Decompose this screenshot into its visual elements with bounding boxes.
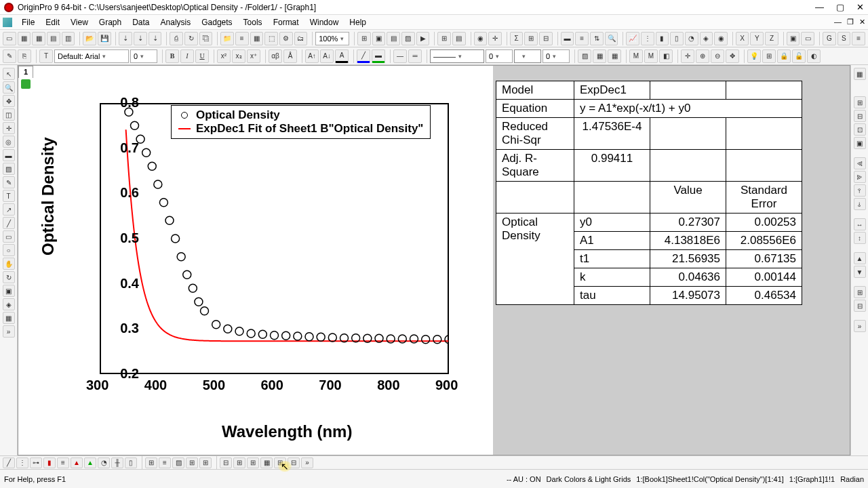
data-point[interactable] [165,216,174,224]
digitize-button[interactable]: ⬚ [264,32,278,45]
plot-3d-button[interactable]: ◈ [700,32,713,45]
menu-icon[interactable]: ≡ [852,32,865,45]
panning-button[interactable]: ✥ [726,49,739,63]
menu-view[interactable]: View [65,18,94,27]
9-panel-button[interactable]: ⊞ [247,458,259,468]
italic-button[interactable]: I [180,49,194,63]
add-top-x-button[interactable]: ⊡ [854,123,866,136]
extract-to-graphs-button[interactable]: ▦ [854,68,866,80]
menu-graph[interactable]: Graph [94,18,127,27]
back-button[interactable]: ▼ [854,266,866,278]
add-right-y-button[interactable]: ⊟ [854,110,866,122]
menu-file[interactable]: File [16,18,40,27]
unmask-button[interactable]: ◧ [659,49,673,63]
line-style-button[interactable]: — [393,49,407,63]
data-point[interactable] [148,162,156,170]
new-notes-button[interactable]: ▤ [387,32,400,45]
data-point[interactable] [154,180,162,188]
superscript-button[interactable]: x² [217,49,231,63]
data-point[interactable] [224,325,232,333]
greek-button[interactable]: αβ [269,49,282,63]
maximize-button[interactable]: ▢ [836,2,844,12]
plot-line-button[interactable]: 📈 [626,32,639,45]
align-top-button[interactable]: ⫯ [854,184,866,197]
import-single-button[interactable]: ⇣ [134,32,147,45]
new-workbook-button[interactable]: ▦ [18,32,31,45]
label-button[interactable]: ⊞ [762,49,776,63]
zoom-combo[interactable]: 100% [315,32,349,45]
draw-data-tool[interactable]: ✎ [3,176,15,188]
mask-range-button[interactable]: M [644,49,658,63]
new-layout-button[interactable]: ▣ [372,32,386,45]
expand-bottom-icon[interactable]: » [301,458,313,468]
mask-tool[interactable]: ▨ [3,163,15,175]
z-axis-button[interactable]: Z [765,32,778,45]
paste-format-button[interactable]: ⎘ [18,49,31,63]
menu-gadgets[interactable]: Gadgets [196,18,237,27]
insert-image-tool[interactable]: ▦ [3,312,15,324]
font-color-button[interactable]: A [335,49,349,63]
uniform-height-button[interactable]: ↕ [854,232,866,244]
bar-plot-button[interactable]: ≡ [57,458,69,468]
align-bottom-button[interactable]: ⫰ [854,198,866,210]
horizontal-2-panel-button[interactable]: ⊞ [233,458,245,468]
data-point[interactable] [282,331,290,340]
menu-data[interactable]: Data [127,18,155,27]
align-right-button[interactable]: ⫸ [854,171,866,183]
plot-scatter-button[interactable]: ⋮ [641,32,654,45]
code-builder-button[interactable]: ⚙ [279,32,293,45]
data-reader-tool[interactable]: ✛ [3,122,15,134]
doc-minimize-button[interactable]: — [834,18,842,26]
pointer-tool[interactable]: ↖ [3,68,15,80]
line-plot-button[interactable]: ╱ [3,458,15,468]
data-point[interactable] [445,336,449,344]
data-point[interactable] [172,235,180,243]
panning-tool[interactable]: ✥ [3,95,15,107]
underline-button[interactable]: U [195,49,209,63]
fill-pattern-button[interactable]: ▦ [593,49,606,63]
export-graph-button[interactable]: ▨ [401,32,415,45]
doc-close-button[interactable]: ✕ [859,18,865,26]
chart-area[interactable]: Optical Density Wavelength (nm) Optical … [18,66,493,455]
line-style-combo[interactable]: ——— [430,49,484,63]
recalculate-button[interactable]: ≡ [235,32,249,45]
row-stats-button[interactable]: ⊟ [539,32,553,45]
legend-button[interactable]: ▭ [801,32,814,45]
data-point[interactable] [195,298,203,306]
val-combo-b[interactable]: 0 [542,49,570,63]
stack-lines-button[interactable]: ≡ [159,458,171,468]
insert-graph-tool[interactable]: ▣ [3,285,15,297]
ungroup-button[interactable]: ⊟ [854,300,866,312]
fill-color-button[interactable]: ▬ [372,49,385,63]
line-tool[interactable]: ╱ [3,217,15,229]
grid-button[interactable]: ▦ [608,49,621,63]
screen-reader-button[interactable]: ◉ [474,32,488,45]
multi-panel-button[interactable]: ⊞ [186,458,198,468]
screen-reader-tool[interactable]: ◎ [3,136,15,148]
mask-button[interactable]: ▬ [561,32,574,45]
pattern-button[interactable]: ▨ [578,49,591,63]
arrow-tool[interactable]: ↗ [3,203,15,216]
hand-tool[interactable]: ✋ [3,258,15,270]
refresh-button[interactable]: ↻ [184,32,198,45]
pie-plot-button[interactable]: ◔ [98,458,110,468]
plot-pie-button[interactable]: ◔ [685,32,698,45]
4-panel-button[interactable]: ⊞ [199,458,212,468]
scatter-plot-button[interactable]: ⋮ [16,458,28,468]
new-project-button[interactable]: ▭ [3,32,16,45]
layer-tab[interactable]: 1 [18,66,33,78]
project-explorer-button[interactable]: 🗂 [294,32,308,45]
menu-help[interactable]: Help [344,18,372,27]
g-button[interactable]: G [823,32,836,45]
x-axis-label[interactable]: Wavelength (nm) [222,422,352,441]
add-column-button[interactable]: ⊞ [357,32,371,45]
batch-button[interactable]: ▦ [250,32,264,45]
column-plot-button[interactable]: ▮ [43,458,56,468]
front-button[interactable]: ▲ [854,252,866,264]
line-symbol-button[interactable]: ⊶ [30,458,42,468]
data-point[interactable] [328,333,336,342]
val-combo-a[interactable]: 0 [486,49,513,63]
zoom-plot-button[interactable]: ▦ [260,458,273,468]
bold-button[interactable]: B [165,49,179,63]
lock-open-icon[interactable]: 🔓 [792,49,806,63]
